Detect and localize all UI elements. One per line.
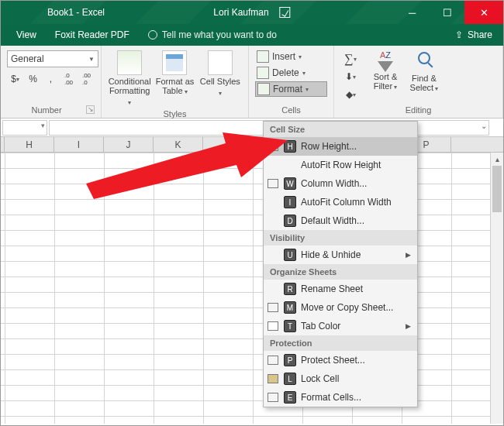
name-box[interactable] bbox=[2, 120, 47, 136]
share-icon: ⇪ bbox=[455, 29, 463, 40]
insert-button[interactable]: Insert▾ bbox=[255, 49, 327, 64]
col-h[interactable]: H bbox=[5, 137, 54, 152]
tell-me-label: Tell me what you want to do bbox=[162, 29, 277, 40]
menu-autofit-col[interactable]: I AutoFit Column Width bbox=[264, 193, 417, 211]
scroll-thumb[interactable] bbox=[492, 166, 502, 212]
menu-move-label: Move or Copy Sheet... bbox=[301, 302, 393, 313]
increase-decimal-button[interactable]: .0.00 bbox=[60, 70, 77, 88]
maximize-button[interactable]: ☐ bbox=[430, 1, 464, 24]
key-r: R bbox=[284, 283, 296, 295]
menu-hide-unhide[interactable]: U Hide & Unhide ▶ bbox=[264, 246, 417, 264]
format-icon bbox=[257, 83, 270, 95]
ribbon: General ▼ $▾ % , .0.00 .00.0 Number↘ Con… bbox=[1, 46, 503, 119]
insert-icon bbox=[257, 50, 269, 63]
section-cell-size: Cell Size bbox=[264, 122, 417, 137]
format-dropdown: Cell Size H Row Height... AutoFit Row He… bbox=[263, 121, 418, 407]
lock-icon bbox=[267, 373, 279, 385]
number-format-combo[interactable]: General ▼ bbox=[7, 50, 98, 67]
menu-format-cells[interactable]: E Format Cells... bbox=[264, 388, 417, 407]
col-j[interactable]: J bbox=[104, 137, 154, 152]
number-format-value: General bbox=[11, 53, 44, 64]
menu-row-height[interactable]: H Row Height... bbox=[264, 137, 417, 156]
title-bar: Book1 - Excel Lori Kaufman ─ ☐ ✕ bbox=[1, 1, 503, 24]
col-k[interactable]: K bbox=[154, 137, 203, 152]
group-editing: ∑▾ ⬇▾ ◆▾ AZ Sort & Filter ▾ Find & Selec… bbox=[334, 46, 503, 118]
sort-icon: AZ bbox=[375, 50, 395, 70]
user-name: Lori Kaufman bbox=[213, 7, 268, 18]
submenu-arrow-icon: ▶ bbox=[406, 251, 411, 259]
col-i[interactable]: I bbox=[54, 137, 104, 152]
key-w: W bbox=[284, 177, 296, 190]
menu-row-height-label: Row Height... bbox=[301, 141, 357, 152]
number-launcher[interactable]: ↘ bbox=[86, 105, 95, 114]
menu-rename-sheet[interactable]: R Rename Sheet bbox=[264, 280, 417, 298]
key-p: P bbox=[284, 354, 296, 366]
share-button[interactable]: ⇪ Share bbox=[455, 29, 492, 40]
menu-column-width[interactable]: W Column Width... bbox=[264, 174, 417, 193]
share-label: Share bbox=[468, 29, 492, 40]
menu-protect-sheet[interactable]: P Protect Sheet... bbox=[264, 351, 417, 369]
group-cells-label: Cells bbox=[255, 104, 327, 116]
format-button[interactable]: Format▾ bbox=[255, 81, 327, 97]
grid-area: ▴ bbox=[1, 153, 503, 424]
format-cells-icon bbox=[267, 391, 279, 404]
menu-column-width-label: Column Width... bbox=[301, 178, 367, 189]
scroll-up-icon[interactable]: ▴ bbox=[491, 153, 503, 166]
tab-foxit[interactable]: Foxit Reader PDF bbox=[55, 29, 129, 40]
row-height-icon bbox=[267, 140, 279, 153]
ribbon-tabs: View Foxit Reader PDF Tell me what you w… bbox=[1, 24, 503, 46]
conditional-icon bbox=[117, 50, 142, 75]
menu-lock-cell[interactable]: L Lock Cell bbox=[264, 369, 417, 388]
col-l[interactable]: L bbox=[203, 137, 253, 152]
find-select-button[interactable]: Find & Select ▾ bbox=[407, 50, 441, 92]
group-editing-label: Editing bbox=[340, 104, 496, 116]
tab-view[interactable]: View bbox=[16, 29, 36, 40]
menu-move-copy[interactable]: M Move or Copy Sheet... bbox=[264, 298, 417, 317]
key-d: D bbox=[284, 215, 296, 227]
section-protection: Protection bbox=[264, 335, 417, 351]
menu-hide-label: Hide & Unhide bbox=[301, 249, 361, 260]
bulb-icon bbox=[148, 30, 157, 40]
comma-button[interactable]: , bbox=[43, 70, 59, 88]
submenu-arrow-icon: ▶ bbox=[406, 322, 411, 330]
key-l: L bbox=[284, 373, 296, 385]
minimize-button[interactable]: ─ bbox=[395, 1, 430, 24]
vertical-scrollbar[interactable]: ▴ bbox=[490, 153, 503, 424]
menu-autofit-row-label: AutoFit Row Height bbox=[301, 160, 381, 170]
expand-formula-icon[interactable]: ⌄ bbox=[481, 122, 487, 130]
menu-rename-label: Rename Sheet bbox=[301, 283, 363, 294]
menu-default-width[interactable]: D Default Width... bbox=[264, 211, 417, 230]
format-as-table-button[interactable]: Format as Table ▾ bbox=[153, 49, 196, 108]
key-u: U bbox=[284, 249, 296, 261]
menu-autofit-col-label: AutoFit Column Width bbox=[301, 197, 392, 208]
formula-bar-row: ⌄ bbox=[1, 119, 503, 137]
menu-format-cells-label: Format Cells... bbox=[301, 392, 361, 403]
menu-tab-color-label: Tab Color bbox=[301, 321, 340, 332]
chevron-down-icon: ▼ bbox=[88, 56, 95, 63]
sort-filter-button[interactable]: AZ Sort & Filter ▾ bbox=[368, 50, 402, 92]
decrease-decimal-button[interactable]: .00.0 bbox=[78, 70, 95, 88]
group-number-label: Number bbox=[31, 105, 61, 115]
key-t: T bbox=[284, 320, 296, 332]
move-icon bbox=[267, 301, 279, 314]
group-styles: Conditional Formatting ▾ Format as Table… bbox=[102, 46, 249, 118]
column-headers: H I J K L M N O P bbox=[1, 137, 503, 153]
close-button[interactable]: ✕ bbox=[464, 1, 503, 24]
tell-me[interactable]: Tell me what you want to do bbox=[148, 29, 277, 40]
menu-tab-color[interactable]: T Tab Color ▶ bbox=[264, 317, 417, 335]
clear-button[interactable]: ◆▾ bbox=[340, 86, 361, 103]
menu-default-width-label: Default Width... bbox=[301, 215, 364, 226]
menu-lock-label: Lock Cell bbox=[301, 373, 339, 384]
ribbon-display-icon[interactable] bbox=[280, 7, 291, 18]
group-cells: Insert▾ Delete▾ Format▾ Cells bbox=[249, 46, 334, 118]
key-e: E bbox=[284, 391, 296, 404]
autosum-button[interactable]: ∑▾ bbox=[340, 50, 361, 67]
document-title: Book1 - Excel bbox=[1, 7, 105, 18]
fill-button[interactable]: ⬇▾ bbox=[340, 68, 361, 85]
cell-styles-button[interactable]: Cell Styles ▾ bbox=[198, 49, 242, 108]
currency-button[interactable]: $▾ bbox=[7, 70, 23, 88]
menu-autofit-row[interactable]: AutoFit Row Height bbox=[264, 156, 417, 174]
conditional-formatting-button[interactable]: Conditional Formatting ▾ bbox=[108, 49, 151, 108]
percent-button[interactable]: % bbox=[25, 70, 41, 88]
delete-button[interactable]: Delete▾ bbox=[255, 65, 327, 81]
